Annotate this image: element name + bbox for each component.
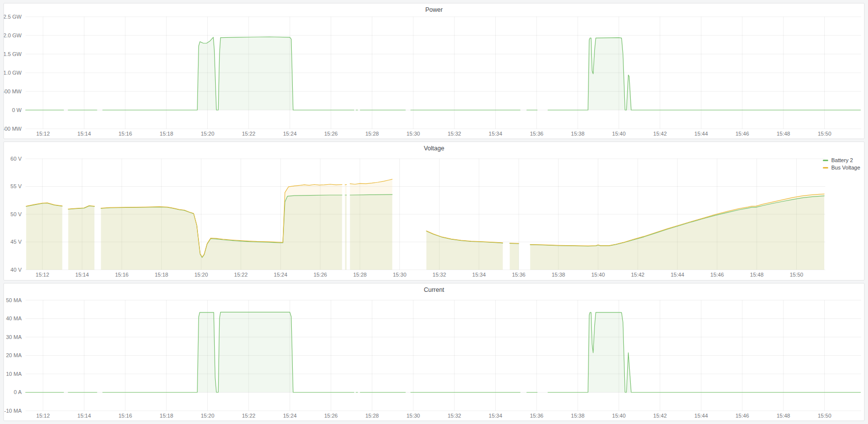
svg-text:2.0 GW: 2.0 GW: [4, 32, 22, 38]
svg-text:15:16: 15:16: [118, 413, 132, 419]
svg-text:500 MW: 500 MW: [4, 88, 22, 94]
dashboard: -500 MW0 W500 MW1.0 GW1.5 GW2.0 GW2.5 GW…: [0, 0, 868, 424]
power-fill: [103, 37, 354, 110]
panel-power: -500 MW0 W500 MW1.0 GW1.5 GW2.0 GW2.5 GW…: [3, 3, 865, 139]
svg-text:15:26: 15:26: [324, 131, 338, 137]
series-fills: [26, 312, 861, 392]
panel-current: -10 MA0 A10 MA20 MA30 MA40 MA50 MA15:121…: [3, 283, 865, 421]
svg-text:15:38: 15:38: [552, 272, 565, 278]
bus-voltage-fill: [68, 206, 94, 270]
current-fill: [103, 312, 354, 392]
svg-text:15:28: 15:28: [353, 272, 367, 278]
svg-text:15:30: 15:30: [393, 272, 407, 278]
svg-text:15:48: 15:48: [777, 413, 790, 419]
svg-text:45 V: 45 V: [10, 239, 22, 245]
svg-text:15:20: 15:20: [195, 272, 208, 278]
svg-text:15:42: 15:42: [653, 131, 667, 137]
svg-text:15:16: 15:16: [115, 272, 129, 278]
svg-text:15:42: 15:42: [631, 272, 644, 278]
svg-text:40 V: 40 V: [10, 267, 22, 273]
svg-text:15:26: 15:26: [313, 272, 327, 278]
panel-current-header: Current: [4, 283, 864, 296]
svg-text:55 V: 55 V: [10, 183, 22, 189]
svg-text:15:22: 15:22: [242, 131, 255, 137]
bus-voltage-fill: [101, 184, 342, 270]
bus-voltage-fill: [510, 243, 519, 270]
svg-text:15:48: 15:48: [750, 272, 764, 278]
svg-text:15:50: 15:50: [818, 131, 832, 137]
svg-text:15:40: 15:40: [612, 131, 626, 137]
svg-text:15:44: 15:44: [671, 272, 684, 278]
svg-text:15:38: 15:38: [571, 413, 585, 419]
panel-power-header: Power: [4, 3, 864, 16]
bus-voltage-series-swatch: [823, 167, 828, 169]
svg-text:15:12: 15:12: [36, 413, 50, 419]
series-fills: [26, 37, 861, 110]
bus-voltage-fill: [26, 203, 62, 270]
legend-label-battery-2: Battery 2: [831, 157, 853, 164]
svg-text:15:36: 15:36: [530, 131, 544, 137]
svg-text:15:36: 15:36: [530, 413, 544, 419]
gridlines: [26, 300, 861, 411]
svg-text:15:22: 15:22: [234, 272, 248, 278]
svg-text:15:48: 15:48: [777, 131, 790, 137]
svg-text:15:24: 15:24: [283, 413, 297, 419]
svg-text:15:24: 15:24: [274, 272, 287, 278]
svg-text:15:32: 15:32: [433, 272, 447, 278]
svg-text:10 MA: 10 MA: [6, 371, 22, 377]
panel-voltage: 40 V45 V50 V55 V60 V15:1215:1415:1615:18…: [3, 141, 865, 281]
svg-text:15:18: 15:18: [160, 131, 173, 137]
legend-item-bus-voltage[interactable]: Bus Voltage: [823, 164, 860, 171]
svg-text:15:30: 15:30: [406, 413, 420, 419]
svg-text:15:40: 15:40: [612, 413, 626, 419]
battery-2-series-swatch: [823, 160, 828, 161]
svg-text:15:14: 15:14: [75, 272, 89, 278]
svg-text:1.0 GW: 1.0 GW: [4, 70, 22, 76]
svg-text:15:46: 15:46: [735, 131, 749, 137]
svg-text:15:44: 15:44: [695, 131, 708, 137]
svg-text:15:14: 15:14: [78, 413, 91, 419]
axis-tick-labels: -500 MW0 W500 MW1.0 GW1.5 GW2.0 GW2.5 GW…: [4, 14, 831, 137]
voltage-legend: Battery 2 Bus Voltage: [823, 157, 860, 171]
bus-voltage-fill: [345, 185, 346, 270]
svg-text:15:50: 15:50: [790, 272, 804, 278]
svg-text:30 MA: 30 MA: [6, 334, 22, 340]
svg-text:15:44: 15:44: [695, 413, 708, 419]
svg-text:15:42: 15:42: [653, 413, 667, 419]
svg-text:15:24: 15:24: [283, 131, 297, 137]
svg-text:40 MA: 40 MA: [6, 315, 22, 321]
svg-text:15:28: 15:28: [365, 413, 379, 419]
legend-label-bus-voltage: Bus Voltage: [831, 164, 860, 171]
bus-voltage-fill: [350, 179, 392, 270]
svg-text:15:18: 15:18: [155, 272, 168, 278]
svg-text:20 MA: 20 MA: [6, 352, 22, 358]
svg-text:15:22: 15:22: [242, 413, 255, 419]
svg-text:15:30: 15:30: [406, 131, 420, 137]
svg-text:-10 MA: -10 MA: [4, 408, 22, 414]
svg-text:-500 MW: -500 MW: [4, 126, 22, 132]
panel-voltage-title[interactable]: Voltage: [424, 145, 445, 152]
svg-text:15:16: 15:16: [118, 131, 132, 137]
panel-voltage-header: Voltage: [4, 142, 864, 155]
svg-text:15:12: 15:12: [36, 131, 50, 137]
svg-text:15:12: 15:12: [36, 272, 50, 278]
svg-text:15:20: 15:20: [201, 131, 215, 137]
svg-text:15:32: 15:32: [448, 413, 461, 419]
current-chart[interactable]: -10 MA0 A10 MA20 MA30 MA40 MA50 MA15:121…: [4, 283, 864, 421]
svg-text:15:34: 15:34: [489, 131, 503, 137]
panel-power-title[interactable]: Power: [425, 6, 443, 13]
voltage-chart[interactable]: 40 V45 V50 V55 V60 V15:1215:1415:1615:18…: [4, 142, 864, 280]
svg-text:15:20: 15:20: [201, 413, 215, 419]
legend-item-battery-2[interactable]: Battery 2: [823, 157, 860, 164]
bus-voltage-line: [510, 243, 519, 244]
svg-text:15:36: 15:36: [512, 272, 526, 278]
axis-tick-labels: -10 MA0 A10 MA20 MA30 MA40 MA50 MA15:121…: [4, 297, 832, 419]
series-lines: [26, 37, 861, 110]
svg-text:15:18: 15:18: [160, 413, 173, 419]
svg-text:15:50: 15:50: [818, 413, 832, 419]
svg-text:15:40: 15:40: [591, 272, 605, 278]
panel-current-title[interactable]: Current: [424, 286, 445, 293]
power-chart[interactable]: -500 MW0 W500 MW1.0 GW1.5 GW2.0 GW2.5 GW…: [4, 3, 864, 139]
svg-text:15:46: 15:46: [710, 272, 724, 278]
svg-text:15:32: 15:32: [448, 131, 461, 137]
